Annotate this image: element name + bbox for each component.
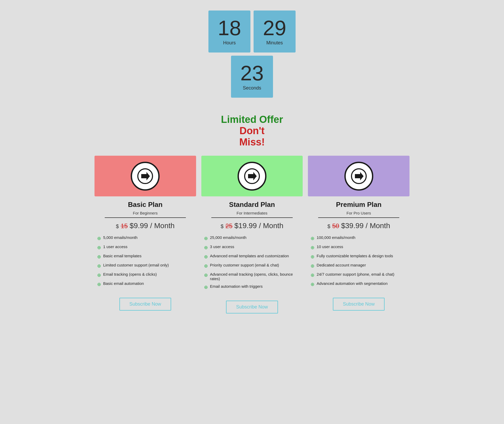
feature-icon: ⊕ xyxy=(97,235,101,241)
basic-plan-name: Basic Plan xyxy=(128,201,163,209)
seconds-value: 23 xyxy=(240,63,264,84)
basic-arrow-icon xyxy=(131,162,160,191)
feature-icon: ⊕ xyxy=(97,254,101,260)
list-item: ⊕24/7 customer support (phone, email & c… xyxy=(311,272,407,278)
feature-icon: ⊕ xyxy=(97,281,101,287)
feature-icon: ⊕ xyxy=(204,284,208,290)
premium-plan-subtitle: For Pro Users xyxy=(318,211,399,218)
countdown-wrapper: 18 Hours 29 Minutes 23 Seconds xyxy=(208,11,296,101)
list-item: ⊕Advanced email tracking (opens, clicks,… xyxy=(204,272,300,281)
premium-plan-name: Premium Plan xyxy=(336,201,381,209)
premium-arrow-icon xyxy=(344,162,373,191)
standard-plan-price: $ 25 $19.99 / Month xyxy=(220,222,283,230)
standard-new-price: $19.99 / Month xyxy=(234,222,284,230)
premium-plan-price: $ 50 $39.99 / Month xyxy=(327,222,390,230)
list-item: ⊕Fully customizable templates & design t… xyxy=(311,254,407,260)
countdown-top-row: 18 Hours 29 Minutes xyxy=(208,11,296,53)
feature-icon: ⊕ xyxy=(311,281,314,287)
list-item: ⊕Email automation with triggers xyxy=(204,284,300,290)
minutes-box: 29 Minutes xyxy=(254,11,296,53)
premium-subscribe-button[interactable]: Subscribe Now xyxy=(333,298,385,311)
standard-plan-header xyxy=(201,156,303,196)
hours-box: 18 Hours xyxy=(208,11,250,53)
list-item: ⊕100,000 emails/month xyxy=(311,235,407,241)
basic-plan-header xyxy=(94,156,196,196)
premium-plan-header xyxy=(308,156,410,196)
hours-value: 18 xyxy=(218,18,241,39)
basic-plan-price: $ 15 $9.99 / Month xyxy=(116,222,175,230)
feature-icon: ⊕ xyxy=(204,254,208,260)
list-item: ⊕25,000 emails/month xyxy=(204,235,300,241)
feature-icon: ⊕ xyxy=(97,245,101,250)
premium-new-price: $39.99 / Month xyxy=(341,222,390,230)
plans-container: Basic Plan For Beginners $ 15 $9.99 / Mo… xyxy=(94,156,410,313)
list-item: ⊕Basic email templates xyxy=(97,254,193,260)
basic-features-list: ⊕5,000 emails/month ⊕1 user access ⊕Basi… xyxy=(94,235,196,290)
feature-icon: ⊕ xyxy=(204,263,208,269)
feature-icon: ⊕ xyxy=(311,272,314,278)
basic-new-price: $9.99 / Month xyxy=(130,222,175,230)
feature-icon: ⊕ xyxy=(204,245,208,250)
basic-plan-card: Basic Plan For Beginners $ 15 $9.99 / Mo… xyxy=(94,156,196,311)
minutes-label: Minutes xyxy=(266,40,283,46)
seconds-box: 23 Seconds xyxy=(231,56,273,98)
feature-icon: ⊕ xyxy=(311,245,314,250)
feature-icon: ⊕ xyxy=(97,263,101,269)
countdown-bottom-row: 23 Seconds xyxy=(231,56,273,98)
feature-icon: ⊕ xyxy=(204,272,208,278)
list-item: ⊕3 user access xyxy=(204,244,300,250)
offer-line2: Don't Miss! xyxy=(221,125,283,148)
feature-icon: ⊕ xyxy=(97,272,101,278)
standard-plan-card: Standard Plan For Intermediates $ 25 $19… xyxy=(201,156,303,313)
hours-label: Hours xyxy=(223,40,236,46)
standard-arrow-icon xyxy=(238,162,266,191)
list-item: ⊕5,000 emails/month xyxy=(97,235,193,241)
premium-features-list: ⊕100,000 emails/month ⊕10 user access ⊕F… xyxy=(308,235,410,290)
feature-icon: ⊕ xyxy=(204,235,208,241)
list-item: ⊕Advanced email templates and customizat… xyxy=(204,254,300,260)
list-item: ⊕Email tracking (opens & clicks) xyxy=(97,272,193,278)
seconds-label: Seconds xyxy=(243,85,261,91)
premium-plan-card: Premium Plan For Pro Users $ 50 $39.99 /… xyxy=(308,156,410,311)
standard-plan-subtitle: For Intermediates xyxy=(211,211,292,218)
list-item: ⊕10 user access xyxy=(311,244,407,250)
list-item: ⊕Dedicated account manager xyxy=(311,263,407,269)
premium-old-price: 50 xyxy=(332,222,339,229)
basic-plan-subtitle: For Beginners xyxy=(105,211,186,218)
offer-line1: Limited Offer xyxy=(221,114,283,125)
minutes-value: 29 xyxy=(263,18,286,39)
list-item: ⊕Advanced automation with segmentation xyxy=(311,281,407,287)
standard-plan-name: Standard Plan xyxy=(229,201,275,209)
basic-subscribe-button[interactable]: Subscribe Now xyxy=(119,298,171,311)
feature-icon: ⊕ xyxy=(311,254,314,260)
limited-offer-section: Limited Offer Don't Miss! xyxy=(221,114,283,148)
basic-old-price: 15 xyxy=(121,222,128,229)
list-item: ⊕Limited customer support (email only) xyxy=(97,263,193,269)
list-item: ⊕Basic email automation xyxy=(97,281,193,287)
feature-icon: ⊕ xyxy=(311,263,314,269)
standard-features-list: ⊕25,000 emails/month ⊕3 user access ⊕Adv… xyxy=(201,235,303,293)
list-item: ⊕1 user access xyxy=(97,244,193,250)
standard-subscribe-button[interactable]: Subscribe Now xyxy=(226,301,278,313)
standard-old-price: 25 xyxy=(225,222,233,229)
list-item: ⊕Priority customer support (email & chat… xyxy=(204,263,300,269)
feature-icon: ⊕ xyxy=(311,235,314,241)
